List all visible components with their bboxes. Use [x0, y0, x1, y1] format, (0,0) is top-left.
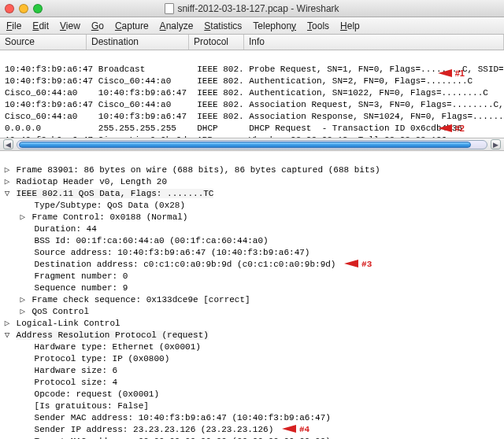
scroll-thumb[interactable] [19, 142, 471, 148]
expand-icon[interactable]: ▷ [19, 306, 27, 318]
packet-row[interactable]: Cisco_60:44:a0 10:40:f3:b9:a6:47 IEEE 80… [5, 112, 504, 121]
arrow-icon [344, 260, 358, 267]
detail-line[interactable]: Source address: 10:40:f3:b9:a6:47 (10:40… [13, 248, 309, 257]
document-icon [165, 3, 174, 14]
detail-line[interactable]: Sender IP address: 23.23.23.126 (23.23.2… [13, 425, 273, 434]
annotation: #2 [438, 123, 465, 135]
detail-line[interactable]: Hardware type: Ethernet (0x0001) [13, 342, 201, 352]
menu-capture[interactable]: Capture [115, 20, 149, 31]
packet-row[interactable]: 10:40:f3:b9:a6:47 Cisco_60:44:a0 IEEE 80… [5, 76, 472, 86]
minimize-icon[interactable] [19, 4, 28, 13]
scroll-left-icon[interactable]: ◀ [3, 139, 13, 149]
detail-line[interactable]: Radiotap Header v0, Length 20 [17, 177, 167, 186]
detail-line[interactable]: Address Resolution Protocol (request) [17, 330, 209, 340]
column-headers: Source Destination Protocol Info [0, 35, 504, 50]
menu-help[interactable]: Help [340, 20, 360, 31]
expand-icon[interactable]: ▷ [19, 294, 27, 306]
expand-icon[interactable]: ▷ [3, 318, 11, 330]
menu-edit[interactable]: Edit [32, 20, 49, 31]
detail-line[interactable]: Type/Subtype: QoS Data (0x28) [13, 201, 185, 210]
detail-line[interactable]: [Is gratuitous: False] [13, 401, 149, 411]
detail-line[interactable]: Protocol type: IP (0x0800) [13, 354, 169, 363]
menu-view[interactable]: View [60, 20, 80, 31]
detail-line[interactable]: QoS Control [32, 307, 89, 316]
menu-tools[interactable]: Tools [307, 20, 329, 31]
expand-icon[interactable]: ▷ [3, 164, 11, 176]
expand-icon[interactable]: ▷ [3, 176, 11, 188]
detail-line[interactable]: Duration: 44 [13, 224, 97, 234]
menu-file[interactable]: File [6, 20, 21, 31]
detail-line[interactable]: IEEE 802.11 QoS Data, Flags: .......TC [17, 189, 214, 198]
detail-line[interactable]: Protocol size: 4 [13, 378, 117, 387]
zoom-icon[interactable] [33, 4, 43, 13]
detail-line[interactable]: Frame Control: 0x0188 (Normal) [32, 212, 187, 222]
detail-line[interactable]: Frame check sequence: 0x133dce9e [correc… [32, 295, 250, 304]
col-destination[interactable]: Destination [87, 35, 189, 50]
close-icon[interactable] [5, 4, 14, 13]
collapse-icon[interactable]: ▽ [3, 330, 11, 341]
detail-line[interactable]: Frame 83901: 86 bytes on wire (688 bits)… [17, 165, 380, 175]
annotation: #1 [438, 68, 465, 79]
collapse-icon[interactable]: ▽ [3, 188, 11, 200]
packet-list[interactable]: 10:40:f3:b9:a6:47 Broadcast IEEE 802. Pr… [0, 50, 504, 138]
menu-analyze[interactable]: Analyze [160, 20, 194, 31]
packet-row[interactable]: 10:40:f3:b9:a6:47 Cisco-Li_a0:9b:9d ARP … [5, 135, 447, 138]
arrow-icon [282, 425, 296, 433]
scroll-right-icon[interactable]: ▶ [491, 139, 501, 149]
detail-line[interactable]: Sequence number: 9 [13, 283, 128, 293]
col-source[interactable]: Source [0, 35, 87, 50]
window-titlebar: sniff-2012-03-18-127.pcap - Wireshark [0, 0, 504, 17]
col-info[interactable]: Info [244, 35, 504, 50]
menu-telephony[interactable]: Telephony [253, 20, 296, 31]
annotation: #3 [361, 260, 372, 269]
detail-line[interactable]: Fragment number: 0 [13, 271, 128, 281]
col-protocol[interactable]: Protocol [189, 35, 244, 50]
expand-icon[interactable]: ▷ [19, 212, 27, 223]
window-title: sniff-2012-03-18-127.pcap - Wireshark [177, 3, 339, 14]
horizontal-scrollbar[interactable]: ◀ ▶ [0, 138, 504, 151]
detail-line[interactable]: Destination address: c0:c1:c0:a0:9b:9d (… [13, 260, 335, 269]
scroll-track[interactable] [17, 140, 487, 149]
menubar: File Edit View Go Capture Analyze Statis… [0, 17, 504, 35]
menu-go[interactable]: Go [91, 20, 104, 31]
detail-line[interactable]: Opcode: request (0x0001) [13, 389, 159, 399]
menu-statistics[interactable]: Statistics [204, 20, 242, 31]
packet-row[interactable]: 10:40:f3:b9:a6:47 Cisco_60:44:a0 IEEE 80… [5, 100, 504, 109]
detail-line[interactable]: Logical-Link Control [17, 319, 120, 328]
annotation: #4 [299, 425, 309, 434]
detail-line[interactable]: Sender MAC address: 10:40:f3:b9:a6:47 (1… [13, 413, 331, 422]
packet-row[interactable]: 10:40:f3:b9:a6:47 Broadcast IEEE 802. Pr… [5, 65, 504, 74]
packet-row[interactable]: 0.0.0.0 255.255.255.255 DHCP DHCP Reques… [5, 124, 462, 133]
packet-details[interactable]: ▷ Frame 83901: 86 bytes on wire (688 bit… [0, 151, 504, 439]
detail-line[interactable]: BSS Id: 00:1f:ca:60:44:a0 (00:1f:ca:60:4… [13, 236, 268, 245]
packet-row[interactable]: Cisco_60:44:a0 10:40:f3:b9:a6:47 IEEE 80… [5, 88, 488, 98]
detail-line[interactable]: Hardware size: 6 [13, 366, 117, 375]
